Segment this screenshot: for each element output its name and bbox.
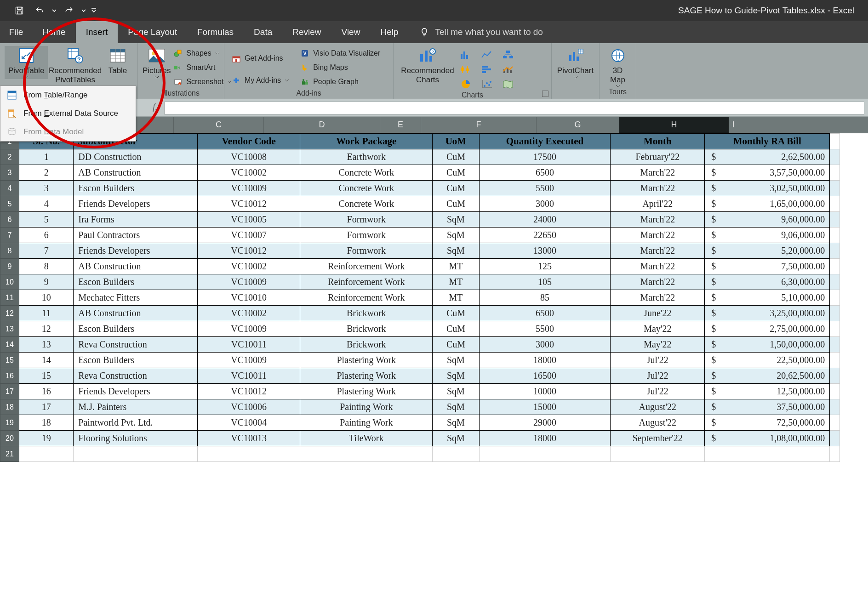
row-header[interactable]: 8 bbox=[0, 243, 19, 259]
cell-bill[interactable]: $3,57,50,000.00 bbox=[705, 165, 830, 181]
cell-slno[interactable]: 6 bbox=[19, 228, 73, 243]
table-row[interactable]: 15 14 Escon Builders VC10009 Plastering … bbox=[0, 353, 840, 368]
table-row[interactable]: 19 18 Paintworld Pvt. Ltd. VC10004 Paint… bbox=[0, 415, 840, 431]
table-row[interactable]: 20 19 Flooring Solutions VC10013 TileWor… bbox=[0, 431, 840, 446]
row-header[interactable]: 18 bbox=[0, 399, 19, 415]
worksheet[interactable]: 1 Sl. No. Subcontractor Vendor Code Work… bbox=[0, 133, 868, 462]
col-I[interactable]: I bbox=[729, 117, 737, 133]
cell-wp[interactable]: Reinforcement Work bbox=[300, 259, 433, 274]
pictures-button[interactable]: Pictures bbox=[143, 46, 171, 79]
cell-vc[interactable]: VC10008 bbox=[198, 149, 300, 165]
tab-view[interactable]: View bbox=[331, 21, 371, 43]
shapes-button[interactable]: Shapes bbox=[173, 47, 232, 60]
table-row[interactable]: 5 4 Friends Developers VC10012 Concrete … bbox=[0, 196, 840, 212]
cell-vc[interactable]: VC10002 bbox=[198, 259, 300, 274]
cell-month[interactable]: September'22 bbox=[611, 431, 705, 446]
cell-uom[interactable]: CuM bbox=[433, 196, 479, 212]
3d-map-button[interactable]: 3D Map bbox=[604, 46, 631, 88]
cell-wp[interactable]: Brickwork bbox=[300, 321, 433, 337]
cell-month[interactable]: June'22 bbox=[611, 306, 705, 321]
cell-vc[interactable]: VC10004 bbox=[198, 415, 300, 431]
cell-vc[interactable]: VC10012 bbox=[198, 196, 300, 212]
cell-wp[interactable]: Reinforcement Work bbox=[300, 290, 433, 306]
cell-vc[interactable]: VC10012 bbox=[198, 243, 300, 259]
cell-bill[interactable]: $7,50,000.00 bbox=[705, 259, 830, 274]
cell-bill[interactable]: $9,06,000.00 bbox=[705, 228, 830, 243]
row-header[interactable]: 10 bbox=[0, 274, 19, 290]
formula-input[interactable] bbox=[164, 102, 864, 114]
cell-sub[interactable]: Paul Contractors bbox=[74, 228, 198, 243]
cell-wp[interactable]: Plastering Work bbox=[300, 353, 433, 368]
cell-bill[interactable]: $12,50,000.00 bbox=[705, 384, 830, 399]
cell-qty[interactable]: 18000 bbox=[479, 353, 611, 368]
cell-slno[interactable]: 5 bbox=[19, 212, 73, 228]
cell-uom[interactable]: SqM bbox=[433, 353, 479, 368]
table-row[interactable]: 6 5 Ira Forms VC10005 Formwork SqM 24000… bbox=[0, 212, 840, 228]
cell-month[interactable]: May'22 bbox=[611, 321, 705, 337]
cell-slno[interactable]: 11 bbox=[19, 306, 73, 321]
cell-month[interactable]: March'22 bbox=[611, 243, 705, 259]
cell-wp[interactable]: TileWork bbox=[300, 431, 433, 446]
row-header[interactable]: 7 bbox=[0, 228, 19, 243]
cell-sub[interactable]: Escon Builders bbox=[74, 321, 198, 337]
cell-sub[interactable]: M.J. Painters bbox=[74, 399, 198, 415]
cell-vc[interactable]: VC10011 bbox=[198, 368, 300, 384]
cell-qty[interactable]: 6500 bbox=[479, 306, 611, 321]
cell-slno[interactable]: 4 bbox=[19, 196, 73, 212]
redo-dropdown[interactable] bbox=[80, 3, 87, 18]
cell-bill[interactable]: $1,65,00,000.00 bbox=[705, 196, 830, 212]
cell-slno[interactable]: 16 bbox=[19, 384, 73, 399]
hdr-uom[interactable]: UoM bbox=[433, 134, 479, 149]
cell-qty[interactable]: 18000 bbox=[479, 431, 611, 446]
cell-month[interactable]: March'22 bbox=[611, 212, 705, 228]
cell-qty[interactable]: 17500 bbox=[479, 149, 611, 165]
cell-sub[interactable]: Flooring Solutions bbox=[74, 431, 198, 446]
table-row[interactable]: 2 1 DD Construction VC10008 Earthwork Cu… bbox=[0, 149, 840, 165]
cell-month[interactable]: August'22 bbox=[611, 399, 705, 415]
pivottable-button[interactable]: PivotTable bbox=[5, 46, 48, 79]
tab-data[interactable]: Data bbox=[244, 21, 282, 43]
cell-vc[interactable]: VC10009 bbox=[198, 181, 300, 196]
hdr-qty[interactable]: Quantity Executed bbox=[479, 134, 611, 149]
cell-qty[interactable]: 105 bbox=[479, 274, 611, 290]
my-addins-button[interactable]: My Add-ins bbox=[232, 73, 289, 88]
cell-sub[interactable]: Escon Builders bbox=[74, 274, 198, 290]
col-H[interactable]: H bbox=[619, 117, 729, 133]
bar-chart-icon[interactable] bbox=[478, 63, 496, 76]
cell-bill[interactable]: $3,02,50,000.00 bbox=[705, 181, 830, 196]
cell-qty[interactable]: 15000 bbox=[479, 399, 611, 415]
table-row[interactable]: 4 3 Escon Builders VC10009 Concrete Work… bbox=[0, 181, 840, 196]
cell-wp[interactable]: Earthwork bbox=[300, 149, 433, 165]
cell-uom[interactable]: SqM bbox=[433, 415, 479, 431]
hdr-wp[interactable]: Work Package bbox=[300, 134, 433, 149]
line-chart-icon[interactable] bbox=[478, 48, 496, 62]
cell-sub[interactable]: Friends Developers bbox=[74, 243, 198, 259]
cell-bill[interactable]: $37,50,000.00 bbox=[705, 399, 830, 415]
cell-slno[interactable]: 7 bbox=[19, 243, 73, 259]
cell-wp[interactable]: Brickwork bbox=[300, 337, 433, 353]
tab-insert[interactable]: Insert bbox=[76, 21, 118, 43]
col-C[interactable]: C bbox=[173, 117, 263, 133]
cell-vc[interactable]: VC10009 bbox=[198, 353, 300, 368]
cell-sub[interactable]: Paintworld Pvt. Ltd. bbox=[74, 415, 198, 431]
cell-qty[interactable]: 6500 bbox=[479, 165, 611, 181]
cell-uom[interactable]: SqM bbox=[433, 431, 479, 446]
cell-bill[interactable]: $2,75,00,000.00 bbox=[705, 321, 830, 337]
recommended-charts-button[interactable]: ? Recommended Charts bbox=[398, 46, 457, 84]
cell-slno[interactable]: 8 bbox=[19, 259, 73, 274]
col-G[interactable]: G bbox=[536, 117, 619, 133]
cell-uom[interactable]: CuM bbox=[433, 337, 479, 353]
cell-slno[interactable]: 2 bbox=[19, 165, 73, 181]
cell-uom[interactable]: SqM bbox=[433, 228, 479, 243]
cell-month[interactable]: March'22 bbox=[611, 165, 705, 181]
cell-sub[interactable]: AB Construction bbox=[74, 306, 198, 321]
bing-maps-button[interactable]: Bing Maps bbox=[300, 61, 380, 74]
cell-wp[interactable]: Plastering Work bbox=[300, 384, 433, 399]
cell-month[interactable]: May'22 bbox=[611, 337, 705, 353]
cell-slno[interactable]: 19 bbox=[19, 431, 73, 446]
row-header[interactable]: 11 bbox=[0, 290, 19, 306]
cell-bill[interactable]: $3,25,00,000.00 bbox=[705, 306, 830, 321]
cell-sub[interactable]: Escon Builders bbox=[74, 353, 198, 368]
tab-help[interactable]: Help bbox=[370, 21, 408, 43]
cell-wp[interactable]: Formwork bbox=[300, 243, 433, 259]
